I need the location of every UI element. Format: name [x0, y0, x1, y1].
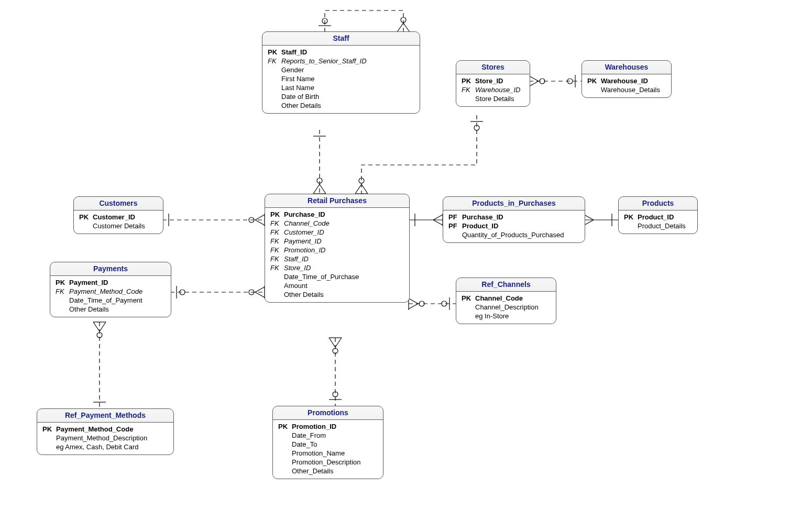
entity-staff[interactable]: Staff PKStaff_IDFKReports_to_Senior_Staf…	[262, 31, 420, 114]
attr-name: Warehouse_Details	[601, 86, 660, 94]
entity-ref-channels[interactable]: Ref_Channels PKChannel_CodeChannel_Descr…	[456, 278, 556, 324]
svg-line-20	[355, 184, 361, 194]
attr-row: PKProduct_ID	[624, 213, 692, 221]
entity-body: PKPromotion_IDDate_FromDate_ToPromotion_…	[273, 420, 383, 479]
entity-body: PKStore_IDFKWarehouse_IDStore Details	[456, 74, 530, 106]
attr-row: Product_Details	[624, 221, 692, 230]
attr-name: Product_ID	[638, 213, 674, 221]
svg-line-51	[409, 304, 418, 309]
attr-name: Date_From	[292, 431, 326, 439]
svg-point-10	[540, 79, 545, 84]
entity-body: PKChannel_CodeChannel_Descriptioneg In-S…	[456, 292, 556, 324]
svg-line-36	[255, 292, 265, 297]
attr-row: FKPromotion_ID	[270, 246, 404, 254]
attr-name: Date_Time_of_Payment	[69, 296, 142, 304]
key-type: PK	[268, 48, 281, 56]
attr-row: PKPayment_Method_Code	[42, 425, 168, 434]
attr-name: Other Details	[281, 102, 321, 109]
svg-line-28	[255, 215, 265, 220]
entity-title: Promotions	[273, 406, 383, 420]
entity-body: PKCustomer_IDCustomer Details	[74, 210, 163, 234]
attr-row: PKPurchase_ID	[270, 210, 404, 219]
key-type: FK	[270, 255, 284, 263]
svg-line-50	[409, 298, 418, 304]
attr-row: Store Details	[462, 94, 524, 103]
entity-ref-payment-methods[interactable]: Ref_Payment_Methods PKPayment_Method_Cod…	[37, 408, 174, 455]
attr-name: Promotion_ID	[284, 246, 325, 254]
entity-customers[interactable]: Customers PKCustomer_IDCustomer Details	[73, 196, 163, 234]
key-type: FK	[56, 287, 69, 295]
svg-point-30	[249, 217, 254, 223]
attr-row: FKPayment_ID	[270, 237, 404, 246]
attr-row: Quantity_of_Products_Purchased	[448, 230, 579, 239]
key-type: FK	[270, 264, 284, 272]
svg-line-21	[361, 184, 368, 194]
entity-promotions[interactable]: Promotions PKPromotion_IDDate_FromDate_T…	[272, 406, 383, 479]
attr-name: Staff_ID	[284, 255, 309, 263]
key-type: PK	[624, 213, 638, 221]
entity-body: PKPayment_Method_CodePayment_Method_Desc…	[37, 423, 173, 455]
attr-name: Product_Details	[638, 222, 686, 230]
entity-stores[interactable]: Stores PKStore_IDFKWarehouse_IDStore Det…	[456, 60, 530, 107]
attr-row: Date of Birth	[268, 92, 414, 101]
entity-products[interactable]: Products PKProduct_IDProduct_Details	[618, 196, 698, 234]
attr-row: Date_From	[278, 431, 378, 440]
key-type: FK	[270, 228, 284, 236]
svg-point-59	[333, 348, 338, 353]
key-type: PK	[270, 210, 284, 218]
svg-point-3	[401, 17, 406, 23]
svg-line-57	[329, 338, 335, 347]
attr-row: Other Details	[268, 101, 414, 110]
attr-name: Payment_Method_Code	[56, 425, 133, 433]
svg-line-42	[433, 220, 443, 225]
attr-row: PKChannel_Code	[462, 294, 551, 303]
key-type: PK	[278, 423, 292, 430]
attr-row: Promotion_Description	[278, 458, 378, 467]
entity-title: Staff	[262, 32, 420, 46]
attr-row: Other Details	[56, 305, 166, 314]
svg-point-5	[322, 18, 327, 24]
attr-row: PFProduct_ID	[448, 221, 579, 230]
attr-row: PKCustomer_ID	[79, 213, 158, 221]
attr-name: Channel_Code	[475, 294, 523, 302]
attr-row: Other Details	[270, 290, 404, 299]
attr-name: Promotion_Name	[292, 449, 345, 457]
svg-point-22	[359, 178, 364, 183]
key-type: FK	[268, 57, 281, 65]
entity-products-in-purchases[interactable]: Products_in_Purchases PFPurchase_IDPFPro…	[443, 196, 585, 243]
svg-point-66	[97, 332, 102, 338]
entity-retail-purchases[interactable]: Retail Purchases PKPurchase_IDFKChannel_…	[265, 194, 410, 303]
attr-row: Warehouse_Details	[587, 85, 666, 94]
attr-row: FKStaff_ID	[270, 254, 404, 263]
attr-name: Other_Details	[292, 467, 333, 475]
entity-payments[interactable]: Payments PKPayment_IDFKPayment_Method_Co…	[50, 262, 171, 317]
entity-body: PKStaff_IDFKReports_to_Senior_Staff_IDGe…	[262, 46, 420, 113]
attr-name: First Name	[281, 75, 315, 83]
attr-name: Payment_ID	[284, 237, 322, 245]
attr-row: FKPayment_Method_Code	[56, 287, 166, 296]
attr-name: eg In-Store	[475, 312, 509, 320]
svg-point-61	[333, 392, 338, 397]
entity-title: Warehouses	[582, 61, 671, 74]
attr-name: Date_To	[292, 440, 317, 448]
entity-title: Stores	[456, 61, 530, 74]
attr-name: Customer_ID	[284, 228, 324, 236]
svg-point-17	[317, 178, 322, 183]
attr-row: FKCustomer_ID	[270, 228, 404, 237]
svg-line-58	[335, 338, 342, 347]
entity-warehouses[interactable]: Warehouses PKWarehouse_IDWarehouse_Detai…	[581, 60, 672, 98]
attr-row: Date_Time_of_Purchase	[270, 272, 404, 281]
attr-name: Staff_ID	[281, 48, 307, 56]
attr-name: Last Name	[281, 84, 314, 92]
attr-name: Date_Time_of_Purchase	[284, 273, 359, 281]
entity-body: PKPurchase_IDFKChannel_CodeFKCustomer_ID…	[265, 208, 409, 302]
entity-title: Products	[619, 197, 697, 210]
attr-row: Other_Details	[278, 467, 378, 475]
attr-row: Gender	[268, 65, 414, 74]
attr-row: PKStaff_ID	[268, 48, 414, 57]
attr-name: Customer_ID	[93, 213, 135, 221]
attr-row: Payment_Method_Description	[42, 434, 168, 442]
attr-name: Store_ID	[475, 77, 503, 85]
svg-point-33	[180, 290, 185, 295]
svg-line-1	[397, 23, 403, 32]
